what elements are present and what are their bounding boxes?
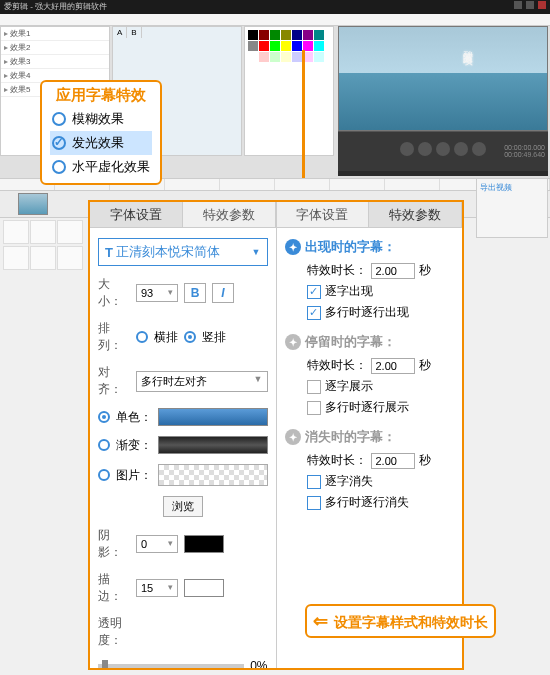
solid-label: 单色： — [116, 409, 152, 426]
star-icon: ✦ — [285, 334, 301, 350]
minimize-icon[interactable] — [514, 1, 522, 9]
list-item[interactable]: 效果2 — [1, 41, 109, 55]
tab-effect-params[interactable]: 特效参数 — [183, 202, 276, 227]
video-preview: 碧波万顷 00:00:00.000 00:00:49.640 — [338, 26, 548, 176]
panel-tabs: 字体设置 特效参数 — [277, 202, 463, 228]
radio-gradient[interactable] — [98, 439, 110, 451]
color-panel — [244, 26, 334, 156]
checkbox[interactable] — [307, 496, 321, 510]
browse-button[interactable]: 浏览 — [163, 496, 203, 517]
opacity-slider[interactable] — [98, 664, 244, 668]
checkbox-checked[interactable]: ✓ — [307, 285, 321, 299]
clip-slot[interactable] — [57, 220, 83, 244]
toolbar — [0, 14, 550, 26]
stroke-input[interactable]: 15 — [136, 579, 178, 597]
callout-text: 设置字幕样式和特效时长 — [334, 614, 488, 630]
radio-vertical[interactable] — [184, 331, 196, 343]
list-item[interactable]: 效果3 — [1, 55, 109, 69]
tab[interactable]: A — [113, 27, 127, 38]
checkbox[interactable] — [307, 380, 321, 394]
export-panel: 导出视频 — [476, 178, 548, 238]
preview-frame[interactable]: 碧波万顷 — [338, 26, 548, 131]
duration-row: 特效时长：2.00秒 — [307, 262, 455, 279]
italic-button[interactable]: I — [212, 283, 234, 303]
stroke-label: 描边： — [98, 571, 130, 605]
color-swatch[interactable] — [248, 41, 258, 51]
effect-option-selected[interactable]: 发光效果 — [50, 131, 152, 155]
section-title: ✦出现时的字幕： — [285, 238, 455, 256]
option-label: 水平虚化效果 — [72, 158, 150, 176]
window-buttons — [512, 1, 546, 13]
color-swatch[interactable] — [259, 52, 269, 62]
font-selector[interactable]: 正清刻本悦宋简体 — [98, 238, 268, 266]
grad-label: 渐变： — [116, 437, 152, 454]
tab-font-settings[interactable]: 字体设置 — [90, 202, 183, 227]
gradient-picker[interactable] — [158, 436, 268, 454]
color-swatch[interactable] — [270, 52, 280, 62]
checkbox-row: ✓多行时逐行出现 — [307, 304, 455, 321]
color-swatch[interactable] — [292, 30, 302, 40]
color-swatch[interactable] — [270, 30, 280, 40]
panel-tabs: 字体设置 特效参数 — [90, 202, 276, 228]
opacity-label: 透明度： — [98, 615, 130, 649]
clip-slot[interactable] — [30, 220, 56, 244]
arrange-label: 排列： — [98, 320, 130, 354]
shadow-color[interactable] — [184, 535, 224, 553]
color-swatch[interactable] — [259, 30, 269, 40]
align-select[interactable]: 多行时左对齐 — [136, 371, 268, 392]
next-icon[interactable] — [436, 142, 450, 156]
list-item[interactable]: 效果1 — [1, 27, 109, 41]
align-label: 对齐： — [98, 364, 130, 398]
stroke-row: 描边： 15 — [98, 571, 268, 605]
prev-icon[interactable] — [400, 142, 414, 156]
font-settings-panel: 字体设置 特效参数 正清刻本悦宋简体 大小： 93 B I 排列： 横排 竖排 … — [90, 202, 277, 668]
clip-slot[interactable] — [57, 246, 83, 270]
solid-color-picker[interactable] — [158, 408, 268, 426]
align-row: 对齐： 多行时左对齐 — [98, 364, 268, 398]
section-title: ✦停留时的字幕： — [285, 333, 455, 351]
end-icon[interactable] — [472, 142, 486, 156]
color-swatch[interactable] — [248, 30, 258, 40]
shadow-input[interactable]: 0 — [136, 535, 178, 553]
clip-slot[interactable] — [3, 220, 29, 244]
color-swatch[interactable] — [248, 52, 258, 62]
color-swatch[interactable] — [314, 30, 324, 40]
image-row: 图片： — [98, 464, 268, 486]
checkbox[interactable] — [307, 401, 321, 415]
color-swatch[interactable] — [270, 41, 280, 51]
size-input[interactable]: 93 — [136, 284, 178, 302]
shadow-label: 阴影： — [98, 527, 130, 561]
tab-font-settings[interactable]: 字体设置 — [277, 202, 370, 227]
color-swatch[interactable] — [303, 30, 313, 40]
vert-label: 竖排 — [202, 329, 226, 346]
duration-input[interactable]: 2.00 — [371, 263, 415, 279]
duration-input[interactable]: 2.00 — [371, 453, 415, 469]
bold-button[interactable]: B — [184, 283, 206, 303]
opacity-slider-row: 0% — [98, 659, 268, 668]
stop-icon[interactable] — [454, 142, 468, 156]
checkbox[interactable] — [307, 475, 321, 489]
timeline-clip[interactable] — [18, 193, 48, 215]
effect-option[interactable]: 水平虚化效果 — [50, 155, 152, 179]
radio-solid[interactable] — [98, 411, 110, 423]
color-swatch[interactable] — [259, 41, 269, 51]
tab[interactable]: B — [127, 27, 141, 38]
radio-horizontal[interactable] — [136, 331, 148, 343]
tab-effect-params[interactable]: 特效参数 — [369, 202, 462, 227]
maximize-icon[interactable] — [526, 1, 534, 9]
checkbox-checked[interactable]: ✓ — [307, 306, 321, 320]
section-title: ✦消失时的字幕： — [285, 428, 455, 446]
duration-input[interactable]: 2.00 — [371, 358, 415, 374]
duration-row: 特效时长：2.00秒 — [307, 452, 455, 469]
color-swatch[interactable] — [281, 30, 291, 40]
browse-row: 浏览 — [98, 496, 268, 517]
clip-slot[interactable] — [30, 246, 56, 270]
radio-image[interactable] — [98, 469, 110, 481]
clip-slot[interactable] — [3, 246, 29, 270]
play-icon[interactable] — [418, 142, 432, 156]
close-icon[interactable] — [538, 1, 546, 9]
stroke-color[interactable] — [184, 579, 224, 597]
export-button[interactable]: 导出视频 — [477, 179, 547, 196]
titlebar: 爱剪辑 - 强大好用的剪辑软件 — [0, 0, 550, 14]
effect-option[interactable]: 模糊效果 — [50, 107, 152, 131]
